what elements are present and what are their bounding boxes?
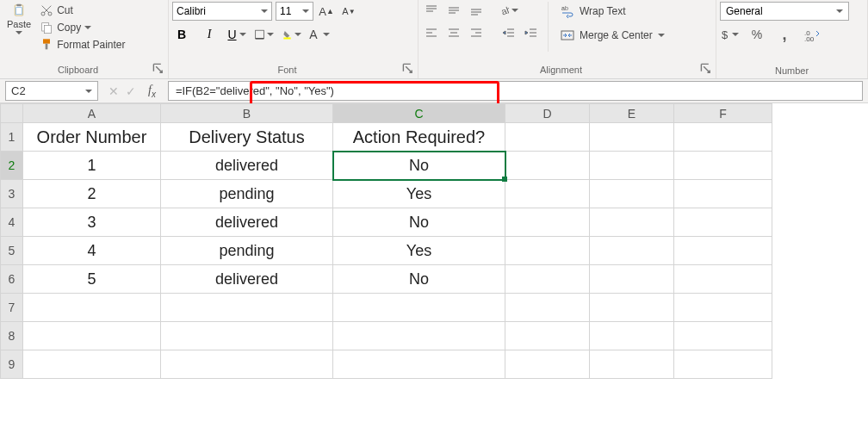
cell[interactable] [505, 152, 590, 180]
cell[interactable]: delivered [161, 208, 333, 237]
cell[interactable]: pending [161, 237, 333, 265]
column-header[interactable]: F [674, 104, 772, 123]
cell[interactable]: Action Required? [333, 123, 505, 152]
cell[interactable]: delivered [161, 265, 333, 294]
decrease-indent-button[interactable] [499, 24, 518, 41]
row-header[interactable]: 3 [1, 180, 23, 208]
formula-input[interactable]: =IF(B2="delivered", "No", "Yes") [168, 81, 863, 101]
cell[interactable] [505, 237, 590, 265]
copy-button[interactable]: Copy [38, 19, 127, 36]
cell[interactable] [590, 152, 674, 180]
font-size-select[interactable]: 11 [276, 2, 313, 21]
cell[interactable] [505, 322, 590, 350]
row-header[interactable]: 7 [1, 294, 23, 322]
cell[interactable] [674, 294, 772, 322]
cell[interactable] [590, 350, 674, 379]
cell[interactable] [590, 237, 674, 265]
cell[interactable] [161, 294, 333, 322]
cell[interactable] [590, 208, 674, 237]
cell[interactable] [674, 237, 772, 265]
increase-indent-button[interactable] [522, 24, 541, 41]
select-all-corner[interactable] [1, 104, 23, 123]
cell[interactable] [23, 294, 161, 322]
align-right-button[interactable] [467, 24, 486, 41]
cell[interactable] [505, 350, 590, 379]
cell[interactable] [590, 294, 674, 322]
increase-font-button[interactable]: A▲ [317, 3, 336, 20]
merge-center-button[interactable]: Merge & Center [555, 26, 670, 45]
cell[interactable] [674, 123, 772, 152]
column-header[interactable]: A [23, 104, 161, 123]
cell[interactable] [674, 350, 772, 379]
enter-icon[interactable]: ✓ [126, 84, 136, 98]
align-center-button[interactable] [444, 24, 463, 41]
bold-button[interactable]: B [172, 26, 191, 43]
cell[interactable]: 5 [23, 265, 161, 294]
paste-button[interactable]: Paste [3, 2, 34, 36]
align-middle-button[interactable] [444, 2, 463, 19]
name-box[interactable]: C2 [5, 81, 98, 101]
cell[interactable] [505, 208, 590, 237]
cell[interactable] [333, 294, 505, 322]
row-header[interactable]: 4 [1, 208, 23, 237]
cut-button[interactable]: Cut [38, 2, 127, 19]
fill-color-button[interactable] [282, 26, 301, 43]
cell[interactable]: No [333, 208, 505, 237]
dialog-launcher-icon[interactable] [700, 63, 712, 75]
cell[interactable] [674, 208, 772, 237]
cell[interactable] [161, 350, 333, 379]
align-left-button[interactable] [422, 24, 441, 41]
cell[interactable]: No [333, 265, 505, 294]
cell[interactable]: pending [161, 180, 333, 208]
dialog-launcher-icon[interactable] [402, 63, 414, 75]
cell[interactable]: 2 [23, 180, 161, 208]
cell[interactable] [674, 180, 772, 208]
cell[interactable]: 4 [23, 237, 161, 265]
cell[interactable] [333, 322, 505, 350]
cell[interactable] [590, 123, 674, 152]
row-header[interactable]: 8 [1, 322, 23, 350]
number-format-select[interactable]: General [720, 2, 849, 21]
cell[interactable] [674, 152, 772, 180]
fx-icon[interactable]: fx [143, 84, 161, 99]
column-header[interactable]: C [333, 104, 505, 123]
comma-button[interactable]: , [775, 26, 794, 43]
cell[interactable] [674, 265, 772, 294]
cell[interactable]: delivered [161, 152, 333, 180]
accounting-format-button[interactable]: $ [720, 26, 739, 43]
cell[interactable]: Yes [333, 180, 505, 208]
cell[interactable] [590, 265, 674, 294]
cell[interactable] [590, 180, 674, 208]
cell[interactable]: Order Number [23, 123, 161, 152]
cell[interactable]: 1 [23, 152, 161, 180]
cell[interactable] [161, 322, 333, 350]
cell[interactable] [674, 322, 772, 350]
font-color-button[interactable]: A [310, 26, 329, 43]
cell[interactable] [505, 180, 590, 208]
spreadsheet-grid[interactable]: ABCDEF1Order NumberDelivery StatusAction… [0, 103, 868, 379]
underline-button[interactable]: U [227, 26, 246, 43]
column-header[interactable]: B [161, 104, 333, 123]
percent-button[interactable]: % [747, 26, 766, 43]
decrease-font-button[interactable]: A▼ [339, 3, 358, 20]
wrap-text-button[interactable]: ab Wrap Text [555, 2, 670, 21]
column-header[interactable]: D [505, 104, 590, 123]
row-header[interactable]: 9 [1, 350, 23, 379]
border-button[interactable] [255, 26, 274, 43]
cell[interactable] [23, 350, 161, 379]
fill-handle[interactable] [502, 177, 507, 182]
row-header[interactable]: 5 [1, 237, 23, 265]
row-header[interactable]: 6 [1, 265, 23, 294]
dialog-launcher-icon[interactable] [152, 63, 164, 75]
cell[interactable] [23, 322, 161, 350]
cancel-icon[interactable]: ✕ [108, 84, 119, 98]
italic-button[interactable]: I [200, 26, 219, 43]
cell[interactable] [505, 294, 590, 322]
row-header[interactable]: 2 [1, 152, 23, 180]
align-top-button[interactable] [422, 2, 441, 19]
cell[interactable] [505, 265, 590, 294]
row-header[interactable]: 1 [1, 123, 23, 152]
format-painter-button[interactable]: Format Painter [38, 36, 127, 53]
cell[interactable]: Delivery Status [161, 123, 333, 152]
column-header[interactable]: E [590, 104, 674, 123]
